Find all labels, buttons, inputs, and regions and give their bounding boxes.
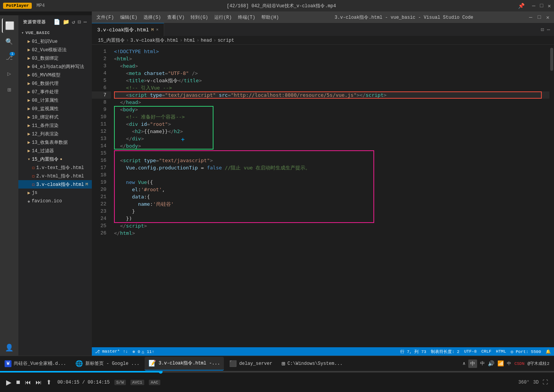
tray-network[interactable]: 📶 [497, 360, 504, 367]
vscode-maximize[interactable]: □ [538, 14, 541, 21]
status-line-ending[interactable]: CRLF [481, 349, 491, 354]
status-indent[interactable]: 制表符长度: 2 [431, 349, 459, 355]
folder-07[interactable]: ▶ 07_事件处理 [18, 88, 92, 96]
code-line-10: <!-- 准备好一个容器--> [114, 113, 549, 120]
sidebar-icon-account[interactable]: 👤 [2, 340, 16, 355]
sidebar-icon-search[interactable]: 🔍 [2, 34, 16, 49]
folder-04[interactable]: ▶ 04_el与data的两种写法 [18, 62, 92, 71]
folder-05[interactable]: ▶ 05_MVVM模型 [18, 71, 92, 79]
taskbar-app-cmd[interactable]: ⊞ C:\Windows\System... [278, 357, 347, 371]
menu-run[interactable]: 运行(R) [214, 14, 232, 21]
vue-basic-root[interactable]: ▾ VUE_BASIC [18, 29, 92, 37]
code-content[interactable]: + <!DOCTYPE html> <html> <head> <me [111, 45, 549, 347]
degree-360[interactable]: 360° [518, 380, 530, 385]
next-btn[interactable]: ⏭ [36, 379, 42, 386]
folder-02[interactable]: ▶ 02_Vue模板语法 [18, 46, 92, 54]
vscode-close[interactable]: ✕ [546, 14, 549, 21]
menu-select[interactable]: 选择(S) [143, 14, 161, 21]
pin-icon[interactable]: 📌 [518, 3, 525, 9]
file-favicon[interactable]: ◈ favicon.ico [18, 197, 92, 205]
folder-03[interactable]: ▶ 03_数据绑定 [18, 54, 92, 62]
status-sync-icon[interactable]: ↑↓ [123, 349, 128, 354]
prev-btn[interactable]: ⏮ [25, 379, 31, 386]
status-row-col[interactable]: 行 7, 列 73 [400, 349, 426, 355]
menu-file[interactable]: 文件(F) [96, 14, 114, 21]
tray-arrow[interactable]: ∧ [463, 361, 465, 366]
file-3-v-cloak[interactable]: ◻ 3.v-cloak指令.html M [18, 180, 92, 189]
folder-08[interactable]: ▶ 08_计算属性 [18, 96, 92, 104]
scrollbar[interactable] [549, 45, 554, 347]
degree-3d[interactable]: 3D [533, 380, 539, 385]
win-minimize[interactable]: — [532, 3, 535, 9]
folder-09[interactable]: ▶ 09_监视属性 [18, 104, 92, 113]
crumb-4[interactable]: head [201, 38, 212, 43]
vscode-window: 文件(F) 编辑(E) 选择(S) 查看(V) 转到(G) 运行(R) 终端(T… [92, 11, 554, 356]
file-2-v-html[interactable]: ◻ 2.v-html_指令.html [18, 172, 92, 180]
folder-01[interactable]: ▶ 01_初识Vue [18, 37, 92, 46]
taskbar-app-chrome[interactable]: 🌐 新标签页 - Google ... [72, 357, 143, 371]
code-line-5: <title>v-cloak指令</title> [114, 77, 549, 84]
potplayer-logo[interactable]: PotPlayer [3, 3, 32, 9]
sidebar-icon-extensions[interactable]: ⊞ [2, 83, 16, 97]
status-notification[interactable]: 🔔 [546, 349, 551, 354]
code-line-22: name:'尚硅谷' [114, 200, 549, 208]
folder-13[interactable]: ▶ 13_收集表单数据 [18, 138, 92, 146]
time-sep: / [82, 380, 88, 385]
folder-14[interactable]: ▶ 14_过滤器 [18, 146, 92, 155]
win-close[interactable]: ✕ [548, 3, 551, 9]
tray-lang[interactable]: 中 [468, 359, 477, 368]
stop-btn[interactable]: ■ [16, 378, 20, 386]
win-maximize[interactable]: □ [540, 3, 543, 9]
git-branch-label[interactable]: master* [102, 349, 120, 354]
menu-view[interactable]: 查看(V) [167, 14, 185, 21]
tray-ime[interactable]: 中 [480, 360, 485, 367]
menu-edit[interactable]: 编辑(E) [120, 14, 138, 21]
vscode-minimize[interactable]: — [529, 14, 532, 21]
folder-06[interactable]: ▶ 06_数据代理 [18, 79, 92, 88]
scrollbar-thumb[interactable] [550, 48, 553, 71]
fullscreen-icon[interactable]: ⛶ [543, 379, 548, 385]
taskbar-app-word[interactable]: W 尚硅谷_Vue全家桶.d... [1, 357, 70, 371]
taskbar-app-vscode[interactable]: 📝 3.v-cloak指令.html -... [145, 357, 224, 371]
folder-15[interactable]: ▾ 15_内置指令 ● [18, 155, 92, 163]
upload-btn[interactable]: ⬆ [46, 379, 51, 386]
player-progress-bar[interactable] [0, 371, 554, 372]
tray-csdn[interactable]: CSDN [514, 361, 524, 366]
play-btn[interactable]: ▶ [6, 378, 11, 387]
sidebar-icon-explorer[interactable]: ⬜ [2, 18, 16, 33]
crumb-1[interactable]: 15_内置指令 [98, 37, 125, 44]
tray-user[interactable]: @守木成桂2 [528, 361, 549, 366]
crumb-2[interactable]: 3.v-cloak指令.html [130, 37, 178, 44]
status-language[interactable]: HTML [496, 349, 506, 354]
more-tabs-icon[interactable]: ⋯ [547, 26, 550, 33]
tray-volume[interactable]: 🔊 [488, 360, 494, 367]
refresh-icon[interactable]: ↺ [72, 19, 75, 25]
status-errors[interactable]: ⊗ 0 [132, 349, 140, 354]
new-folder-icon[interactable]: 📁 [63, 19, 70, 25]
tray-time[interactable]: 中 [507, 361, 511, 366]
line-num-13: 13 [92, 135, 111, 142]
crumb-3[interactable]: html [184, 38, 195, 43]
tab-active[interactable]: 3.v-cloak指令.html M × [92, 23, 164, 36]
status-warnings[interactable]: △ 11↑ [142, 349, 154, 354]
menu-help[interactable]: 帮助(H) [261, 14, 279, 21]
collapse-icon[interactable]: ⊟ [78, 19, 81, 25]
sidebar-icon-debug[interactable]: ▷ [2, 67, 16, 81]
new-file-icon[interactable]: 📄 [54, 19, 60, 25]
folder-10[interactable]: ▶ 10_绑定样式 [18, 113, 92, 121]
split-editor-icon[interactable]: ⊡ [541, 26, 544, 33]
file-1-v-text[interactable]: ◻ 1.v-text_指令.html [18, 163, 92, 172]
sidebar-icon-source-control[interactable]: ⎇ 1 [2, 50, 16, 65]
folder-11[interactable]: ▶ 11_条件渲染 [18, 121, 92, 130]
status-port[interactable]: ◎ Port: 5500 [511, 349, 541, 354]
menu-terminal[interactable]: 终端(T) [238, 14, 256, 21]
more-actions-icon[interactable]: ⋯ [84, 19, 87, 25]
tab-close[interactable]: × [156, 28, 159, 32]
status-encoding[interactable]: UTF-8 [464, 349, 477, 354]
folder-js[interactable]: ▶ js [18, 189, 92, 197]
taskbar-app-server[interactable]: ⬛ delay_server [225, 357, 276, 371]
crumb-5[interactable]: script [218, 38, 234, 43]
menu-goto[interactable]: 转到(G) [191, 14, 208, 21]
code-line-4: <meta charset="UTF-8" /> [114, 70, 549, 77]
folder-12[interactable]: ▶ 12_列表渲染 [18, 130, 92, 138]
